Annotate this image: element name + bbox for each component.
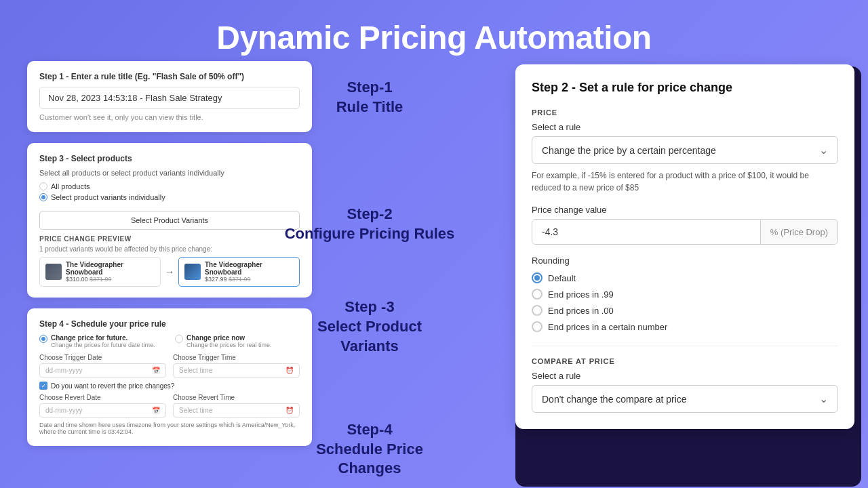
revert-date-input[interactable]: dd-mm-yyyy 📅 xyxy=(39,403,166,418)
compare-rule-label: Select a rule xyxy=(532,371,838,381)
product-price-after-current: $327.99 xyxy=(205,276,227,283)
step3-option2-label: Select product variants individually xyxy=(51,193,165,201)
trigger-date-label: Choose Trigger Date xyxy=(39,354,166,361)
price-rule-hint: For example, if -15% is entered for a pr… xyxy=(532,169,838,194)
step4-future-col: Change price for future. Change the pric… xyxy=(39,334,164,348)
step3-option1-label: All products xyxy=(51,182,90,190)
revert-checkbox-label: Do you want to revert the price changes? xyxy=(51,382,174,390)
step-labels-column: Step-1Rule Title Step-2Configure Pricing… xyxy=(264,64,475,479)
chevron-down-icon: ⌄ xyxy=(819,144,828,157)
rounding-certain-label: End prices in a certain number xyxy=(548,322,667,332)
step2-label: Step-2Configure Pricing Rules xyxy=(264,205,475,243)
step4-option2-radio[interactable] xyxy=(175,335,183,343)
trigger-time-placeholder: Select time xyxy=(179,367,212,374)
preview-label: PRICE CHANGE PREVIEW xyxy=(39,235,300,243)
price-rule-value: Change the price by a certain percentage xyxy=(542,145,716,156)
step4-options-row: Change price for future. Change the pric… xyxy=(39,334,300,348)
step1-label: Step-1Rule Title xyxy=(264,78,475,117)
revert-checkbox-row[interactable]: Do you want to revert the price changes? xyxy=(39,382,300,390)
rounding-00-label: End prices in .00 xyxy=(548,306,614,316)
price-change-input[interactable] xyxy=(532,220,760,244)
step3-subtitle: Select all products or select product va… xyxy=(39,169,300,177)
product-thumbnail-after xyxy=(184,264,201,280)
rounding-default-label: Default xyxy=(548,273,576,283)
product-thumbnail-before xyxy=(45,264,62,280)
rounding-certain-radio[interactable] xyxy=(532,321,542,332)
step4-option1[interactable]: Change price for future. Change the pric… xyxy=(39,334,164,348)
step3-label: Step -3Select ProductVariants xyxy=(264,298,475,356)
calendar-icon: 📅 xyxy=(152,367,160,374)
rounding-99-label: End prices in .99 xyxy=(548,289,614,300)
rounding-option-00[interactable]: End prices in .00 xyxy=(532,305,838,316)
step4-option2-sub: Change the prices for real time. xyxy=(186,342,272,348)
page-title: Dynamic Pricing Automation xyxy=(0,0,868,68)
step3-option1-radio[interactable] xyxy=(39,182,47,190)
trigger-date-placeholder: dd-mm-yyyy xyxy=(45,367,82,374)
rounding-option-default[interactable]: Default xyxy=(532,272,838,283)
section-divider xyxy=(532,346,838,346)
revert-date-field: Choose Revert Date dd-mm-yyyy 📅 xyxy=(39,394,166,418)
select-rule-label: Select a rule xyxy=(532,122,838,132)
price-change-suffix: % (Price Drop) xyxy=(760,220,837,244)
revert-date-placeholder: dd-mm-yyyy xyxy=(45,407,82,414)
product-price-before: $310.00 $371.99 xyxy=(66,276,155,283)
revert-date-label: Choose Revert Date xyxy=(39,394,166,401)
revert-fields-row: Choose Revert Date dd-mm-yyyy 📅 Choose R… xyxy=(39,394,300,418)
price-rule-select[interactable]: Change the price by a certain percentage… xyxy=(532,136,838,164)
rounding-radio-group: Default End prices in .99 End prices in … xyxy=(532,272,838,332)
step3-option2[interactable]: Select product variants individually xyxy=(39,193,300,201)
trigger-date-field: Choose Trigger Date dd-mm-yyyy 📅 xyxy=(39,354,166,378)
compare-rule-select[interactable]: Don't change the compare at price ⌄ xyxy=(532,385,838,413)
right-panel-title: Step 2 - Set a rule for price change xyxy=(532,81,838,95)
step3-option1[interactable]: All products xyxy=(39,182,300,190)
step4-option1-sub: Change the prices for future date time. xyxy=(51,342,155,348)
product-price-after-old: $371.99 xyxy=(229,276,251,283)
step4-option1-label: Change price for future. xyxy=(51,334,155,342)
product-info-before: The Videographer Snowboard $310.00 $371.… xyxy=(66,261,155,283)
preview-row: The Videographer Snowboard $310.00 $371.… xyxy=(39,257,300,287)
step1-hint: Customer won't see it, only you can view… xyxy=(39,113,300,121)
right-panel: Step 2 - Set a rule for price change PRI… xyxy=(515,64,854,429)
step3-card-title: Step 3 - Select products xyxy=(39,154,300,163)
step4-label: Step-4Schedule PriceChanges xyxy=(264,420,475,479)
trigger-fields-row: Choose Trigger Date dd-mm-yyyy 📅 Choose … xyxy=(39,354,300,378)
rounding-label: Rounding xyxy=(532,256,838,266)
product-price-before-current: $310.00 xyxy=(66,276,88,283)
arrow-right-icon: → xyxy=(165,266,174,277)
step4-option2-label: Change price now xyxy=(186,334,272,342)
rounding-00-radio[interactable] xyxy=(532,305,542,316)
price-change-label: Price change value xyxy=(532,205,838,215)
step4-card-title: Step 4 - Schedule your price rule xyxy=(39,319,300,329)
rounding-99-radio[interactable] xyxy=(532,289,542,300)
step4-footer: Date and time shown here uses timezone f… xyxy=(39,422,300,435)
rounding-default-radio[interactable] xyxy=(532,272,542,283)
select-product-variants-button[interactable]: Select Product Variants xyxy=(39,211,300,230)
calendar-icon-2: 📅 xyxy=(152,407,160,414)
step1-rule-title-input[interactable] xyxy=(39,87,300,109)
step1-card-title: Step 1 - Enter a rule title (Eg. "Flash … xyxy=(39,72,300,81)
trigger-date-input[interactable]: dd-mm-yyyy 📅 xyxy=(39,363,166,378)
rounding-option-certain[interactable]: End prices in a certain number xyxy=(532,321,838,332)
price-section-label: PRICE xyxy=(532,108,838,117)
compare-rule-value: Don't change the compare at price xyxy=(542,394,687,405)
step4-option1-text: Change price for future. Change the pric… xyxy=(51,334,155,348)
product-name-before: The Videographer Snowboard xyxy=(66,261,155,276)
rounding-option-99[interactable]: End prices in .99 xyxy=(532,289,838,300)
revert-checkbox[interactable] xyxy=(39,382,47,390)
preview-hint: 1 product variants would be affected by … xyxy=(39,245,300,253)
price-change-input-row: % (Price Drop) xyxy=(532,219,838,245)
step4-option2-text: Change price now Change the prices for r… xyxy=(186,334,272,348)
compare-section-label: COMPARE AT PRICE xyxy=(532,357,838,365)
step3-option2-radio[interactable] xyxy=(39,193,47,201)
revert-time-placeholder: Select time xyxy=(179,407,212,414)
preview-product-before: The Videographer Snowboard $310.00 $371.… xyxy=(39,257,161,287)
step4-option1-radio[interactable] xyxy=(39,335,47,343)
chevron-down-icon-2: ⌄ xyxy=(819,392,828,405)
product-price-before-old: $371.99 xyxy=(90,276,112,283)
